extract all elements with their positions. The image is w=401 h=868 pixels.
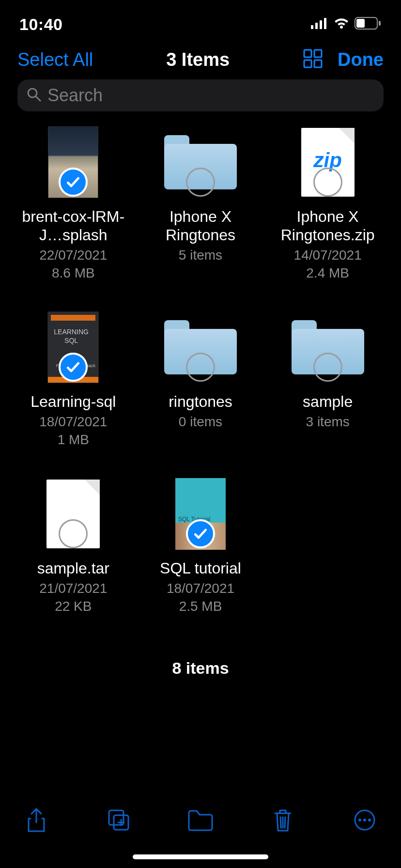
file-item[interactable]: brent-cox-lRM-J…splash 22/07/2021 8.6 MB <box>13 126 134 282</box>
file-name: Iphone X Ringtones <box>145 207 256 244</box>
file-name: SQL tutorial <box>160 559 241 577</box>
select-all-button[interactable]: Select All <box>17 49 93 70</box>
file-date: 22/07/2021 <box>39 246 107 264</box>
wifi-icon <box>333 17 350 31</box>
file-name: sample.tar <box>37 559 109 577</box>
file-size: 1 MB <box>58 431 89 449</box>
search-icon <box>26 87 42 104</box>
svg-rect-2 <box>320 20 322 29</box>
svg-rect-8 <box>314 50 322 57</box>
grid-view-icon[interactable] <box>303 48 323 71</box>
file-item[interactable]: sample 3 items <box>267 311 388 449</box>
svg-rect-9 <box>304 60 311 67</box>
svg-rect-7 <box>304 50 311 57</box>
done-button[interactable]: Done <box>338 49 384 70</box>
svg-rect-1 <box>315 23 318 29</box>
selection-ring <box>186 168 215 197</box>
status-time: 10:40 <box>19 15 62 34</box>
file-date: 14/07/2021 <box>294 246 362 264</box>
file-name: Iphone X Ringtones.zip <box>272 207 384 244</box>
battery-icon <box>355 17 382 31</box>
selection-ring <box>59 519 88 548</box>
svg-line-18 <box>280 817 281 828</box>
file-date: 18/07/2021 <box>167 579 234 598</box>
svg-line-12 <box>36 96 40 101</box>
svg-rect-0 <box>311 25 313 29</box>
svg-rect-5 <box>356 19 365 28</box>
svg-rect-10 <box>314 60 322 67</box>
cellular-icon <box>311 17 328 31</box>
file-name: ringtones <box>169 392 232 411</box>
move-to-folder-button[interactable] <box>186 806 215 834</box>
checkmark-icon <box>59 168 88 197</box>
file-size: 2.4 MB <box>306 264 349 282</box>
svg-rect-6 <box>379 21 381 26</box>
status-icons <box>311 17 382 31</box>
file-name: brent-cox-lRM-J…splash <box>17 207 129 244</box>
title-bar: Select All 3 Items Done <box>0 39 401 79</box>
file-sub: 3 items <box>306 413 350 431</box>
file-item[interactable]: LEARNINGSQL Free unofficial Stack Overfl… <box>13 311 134 449</box>
file-size: 8.6 MB <box>52 264 95 282</box>
file-item[interactable]: SQL Tutorial SQL tutorial 18/07/2021 2.5… <box>140 478 261 615</box>
svg-rect-3 <box>324 18 326 29</box>
svg-point-24 <box>368 819 371 822</box>
file-sub: 5 items <box>179 246 222 264</box>
file-size: 2.5 MB <box>179 598 222 615</box>
delete-button[interactable] <box>269 806 297 834</box>
file-name: sample <box>303 392 353 411</box>
item-count: 8 items <box>0 659 401 678</box>
search-input[interactable] <box>47 85 375 106</box>
checkmark-icon <box>186 519 215 548</box>
search-field[interactable] <box>17 79 384 111</box>
home-indicator[interactable] <box>133 854 268 859</box>
svg-point-23 <box>363 819 366 822</box>
file-grid: brent-cox-lRM-J…splash 22/07/2021 8.6 MB… <box>0 126 401 615</box>
selection-ring <box>313 353 342 382</box>
more-button[interactable] <box>351 806 379 834</box>
file-size: 22 KB <box>55 598 92 615</box>
duplicate-button[interactable] <box>105 806 133 834</box>
page-title: 3 Items <box>166 49 230 70</box>
svg-point-22 <box>358 819 361 822</box>
file-sub: 0 items <box>179 413 222 431</box>
share-button[interactable] <box>22 806 50 834</box>
file-item[interactable]: zip Iphone X Ringtones.zip 14/07/2021 2.… <box>267 126 388 282</box>
checkmark-icon <box>59 353 88 382</box>
file-item[interactable]: Iphone X Ringtones 5 items <box>140 126 261 282</box>
selection-ring <box>186 353 215 382</box>
svg-line-20 <box>285 817 285 828</box>
file-date: 18/07/2021 <box>39 413 107 431</box>
file-item[interactable]: ringtones 0 items <box>140 311 261 449</box>
selection-ring <box>313 168 342 197</box>
file-item[interactable]: sample.tar 21/07/2021 22 KB <box>13 478 134 615</box>
file-date: 21/07/2021 <box>39 579 107 598</box>
status-bar: 10:40 <box>0 0 401 39</box>
file-name: Learning-sql <box>31 392 116 411</box>
